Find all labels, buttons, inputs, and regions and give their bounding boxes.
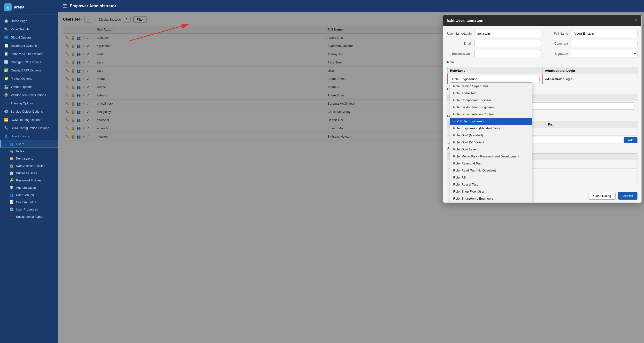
sidebar-item-social-media-types[interactable]: 📱 Social Media Types — [0, 213, 58, 220]
group-icon: 👥 — [9, 193, 14, 197]
sidebar-item-label: Change/ECO Options — [11, 60, 41, 64]
sidebar-item-roles[interactable]: 🎭 Roles — [0, 148, 58, 155]
sidebar-item-vendor-options[interactable]: 🏪 Vendor Options — [0, 83, 58, 91]
permissions-icon: 🔐 — [9, 156, 14, 160]
roles-icon: 🎭 — [9, 149, 14, 153]
dropdown-item[interactable]: Role_Component Engineer — [450, 97, 532, 104]
sidebar-item-training-options[interactable]: 🎓 Training Options — [0, 99, 58, 107]
dropdown-item[interactable]: Role_Super User — [450, 202, 532, 203]
sidebar-item-label: Vendor Options — [11, 85, 32, 89]
role-admin-login-cell: Administrator Login — [542, 74, 637, 84]
sidebar-item-project-options[interactable]: 📁 Project Options — [0, 74, 58, 83]
sidebar-item-label: Item/Part/BOM Options — [11, 52, 43, 56]
sidebar-item-permissions[interactable]: 🔐 Permissions — [0, 155, 58, 162]
menu-icon[interactable]: ☰ — [63, 4, 67, 9]
modal-header: Edit User: aeinstein × — [443, 15, 641, 26]
signatory-select[interactable] — [571, 50, 638, 57]
sidebar-item-user-groups[interactable]: 👥 User Groups — [0, 191, 58, 198]
sidebar-item-authentication[interactable]: 🛡️ Authentication — [0, 184, 58, 191]
role-value-column-header: Administrator Login — [542, 67, 637, 74]
dropdown-item[interactable]: Role_Dayton Plant Engineers — [450, 104, 532, 111]
sidebar-item-bom-config[interactable]: 🔧 BOM Configuration Options — [0, 124, 58, 132]
close-dialog-button[interactable]: Close Dialog — [588, 192, 616, 200]
dropdown-item[interactable]: Role_SmartHome Engineers — [450, 195, 532, 202]
sidebar-sub-item-label: Permissions — [16, 157, 33, 160]
folder-icon: 📁 — [4, 77, 8, 80]
modal-overlay: Edit User: aeinstein × User Name/Login F… — [58, 12, 644, 343]
sidebar-item-label: Training Options — [11, 102, 34, 105]
config-icon: 🔧 — [4, 126, 8, 130]
sidebar-navigation: 🏠 Home Page 🔍 Page Search 🌐 Global Optio… — [0, 15, 58, 343]
service-icon: ⚙️ — [4, 110, 8, 113]
sidebar-item-item-part-bom[interactable]: 📋 Item/Part/BOM Options — [0, 50, 58, 58]
dropdown-item[interactable]: Non-Training Super User — [450, 83, 532, 90]
role-name-column-header: RoleName — [448, 67, 542, 74]
sidebar-item-change-eco[interactable]: 🔄 Change/ECO Options — [0, 58, 58, 66]
role-row: Non-Training Super UserRole_Andre TestRo… — [448, 74, 638, 84]
topbar-title: Empower Administrator — [70, 4, 116, 9]
sidebar-item-page-search[interactable]: 🔍 Page Search — [0, 25, 58, 33]
role-dropdown-list: Non-Training Super UserRole_Andre TestRo… — [450, 82, 532, 203]
sidebar-item-bom-routing[interactable]: 🔀 BOM Routing Options — [0, 116, 58, 124]
role-section-label: Role — [447, 60, 638, 65]
routing-icon: 🔀 — [4, 118, 8, 122]
business-icon: 🏢 — [9, 171, 14, 175]
dropdown-item[interactable]: Role_Engineering (Marshall Test) — [450, 125, 532, 132]
business-unit-input[interactable] — [474, 50, 541, 57]
dropdown-item[interactable]: Role_Gold (Marshall) — [450, 132, 532, 139]
sidebar-item-label: Document Options — [11, 44, 37, 48]
sidebar-item-label: Service Object Options — [11, 110, 43, 113]
username-row: User Name/Login Full Name — [447, 30, 638, 37]
list-icon: 📋 — [4, 52, 8, 56]
globe-icon: 🌐 — [4, 35, 8, 39]
sidebar-sub-item-label: User Groups — [16, 193, 34, 197]
email-input[interactable] — [474, 40, 541, 47]
update-button[interactable]: Update — [618, 192, 638, 200]
sidebar-item-business-units[interactable]: 🏢 Business Units — [0, 169, 58, 177]
fields-icon: 📝 — [9, 200, 14, 204]
shield-icon: 🛡️ — [9, 186, 14, 189]
dropdown-item[interactable]: Role_Andre Test — [450, 90, 532, 97]
sidebar-item-vendor-item-part[interactable]: 📦 Vendor Item/Part Options — [0, 91, 58, 99]
document-icon: 📄 — [4, 44, 8, 48]
dropdown-item[interactable]: Role_Read Test (No Obsolete) — [450, 167, 532, 174]
sidebar-item-data-access[interactable]: 🔒 Data Access Policies — [0, 162, 58, 169]
dropdown-item[interactable]: Role_RS — [450, 174, 532, 181]
username-input[interactable] — [474, 30, 541, 37]
training-icon: 🎓 — [4, 101, 8, 105]
close-icon[interactable]: × — [634, 18, 638, 23]
sidebar-item-label: Home Page — [11, 19, 27, 23]
sidebar-sub-item-label: Custom Fields — [16, 200, 36, 204]
add-media-button[interactable]: Add — [624, 137, 638, 143]
dropdown-item[interactable]: Role_Gold Level — [450, 146, 532, 153]
sidebar-item-service-object[interactable]: ⚙️ Service Object Options — [0, 107, 58, 116]
sidebar-item-label: BOM Configuration Options — [11, 126, 49, 130]
role-dropdown-input[interactable] — [450, 76, 540, 82]
sidebar-sub-item-label: Social Media Types — [16, 215, 43, 218]
dropdown-item[interactable]: Role_Documentation Control — [450, 111, 532, 118]
dropdown-item[interactable]: Role_Russel Test — [450, 181, 532, 188]
sidebar-item-users[interactable]: 👥 Users — [0, 140, 58, 148]
sidebar-item-user-options[interactable]: 👤 User Options — [0, 132, 58, 140]
sidebar-item-global-options[interactable]: 🌐 Global Options — [0, 33, 58, 42]
dropdown-item[interactable]: ✓ Role_Engineering — [450, 118, 532, 125]
app-logo-text: arena — [14, 5, 24, 10]
app-logo-icon: a — [4, 4, 12, 11]
dropdown-item[interactable]: Role_Shop Floor User — [450, 188, 532, 195]
dropdown-item[interactable]: Role_Menlo Park - Research and Developme… — [450, 153, 532, 160]
sidebar-item-user-properties[interactable]: ⚙️ User Properties — [0, 206, 58, 213]
fullname-input[interactable] — [571, 30, 638, 37]
sidebar-sub-item-label: Business Units — [16, 171, 37, 175]
sidebar-item-password-policies[interactable]: 🔑 Password Policies — [0, 177, 58, 184]
dropdown-item[interactable]: Role_Raymond Test — [450, 160, 532, 167]
sidebar-sub-item-label: Roles — [16, 149, 24, 153]
sidebar-sub-item-label: User Properties — [16, 208, 38, 211]
sidebar-item-custom-fields[interactable]: 📝 Custom Fields — [0, 198, 58, 206]
sidebar-item-label: Global Options — [11, 36, 32, 39]
main-area: ☰ Empower Administrator Users (44) + Dis… — [58, 0, 644, 343]
sidebar-item-document-options[interactable]: 📄 Document Options — [0, 42, 58, 50]
sidebar-item-home-page[interactable]: 🏠 Home Page — [0, 17, 58, 25]
sidebar-item-quality-capa[interactable]: ✅ Quality/CAPA Options — [0, 66, 58, 74]
comment-input[interactable] — [571, 40, 638, 47]
dropdown-item[interactable]: Role_Gold DC Variant — [450, 139, 532, 146]
